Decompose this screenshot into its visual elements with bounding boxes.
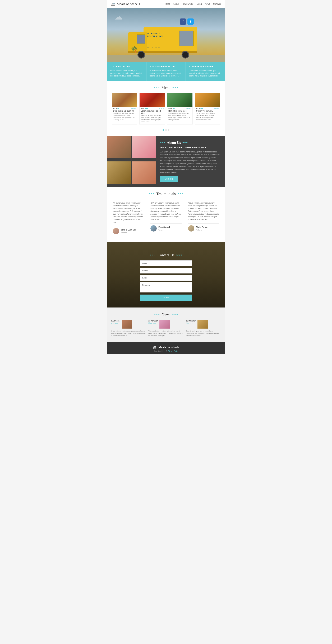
menu-item-3-more[interactable]: More » [186,108,191,109]
how-step-1-desc: Ut wisi enim ad minim veniam, quis nostr… [110,70,143,77]
testimonials-title-text: Testimonials [156,192,176,196]
avatar-1 [113,228,119,234]
news-2-desc: Vt enim ad minim veniam, quis nostrud ex… [148,330,184,337]
menu-item-1-title: Duis autem vel eum iriu [112,109,137,112]
phone-input[interactable] [140,268,192,274]
news-item-1: 21 Jan 2014 More >>> Ut wisi enim ad min… [111,320,146,337]
contact-inner: ❧❧❧ Contact Us ❧❧❧ Send [107,248,225,300]
testimonial-2-author: Mark Stonish Texas [150,224,181,232]
about-image-2 [132,136,156,158]
news-3-more[interactable]: More >>> [186,322,196,324]
dot-3[interactable] [168,129,170,131]
nav-menu[interactable]: Menu [197,3,202,5]
news-title: ❧❧❧ News ❧❧❧ [107,308,225,320]
avatar-2 [150,225,157,232]
footer-brand-name: Meals on wheels [158,346,179,349]
price-label-2: Price: $10 [141,108,148,109]
menu-item-4: Price: $12 More » Cutem vel eum iriu Den… [195,93,220,124]
news-deco-right: ❧❧❧ [172,313,178,316]
contact-section: ❧❧❧ Contact Us ❧❧❧ Send [107,242,225,308]
menu-title: ❧❧❧ Menu ❧❧❧ [107,81,225,93]
news-2-more[interactable]: More >>> [148,322,158,324]
how-step-2: 2. Write a letter or call Ut wisi enim a… [146,62,186,81]
menu-item-2-more[interactable]: More » [159,108,163,109]
email-input[interactable] [140,275,192,281]
news-1-more[interactable]: More >>> [111,322,120,324]
author-2-name: Mark Stonish [158,226,170,229]
news-1-header: 21 Jan 2014 More >>> [111,320,146,328]
price-label-1: Price: $7 [113,108,119,109]
contact-title-text: Contact Us [157,253,175,257]
send-button[interactable]: Send [140,294,192,300]
testimonials-deco-left: ❧❧❧ [148,192,154,195]
testimonial-2: "UCorem veniam, quis nostrud exerci tati… [148,199,184,237]
menu-item-2-image [139,93,165,107]
about-title: ❧❧❧ About Us ❧❧❧ [160,141,221,145]
news-2-header: 13 Apr 2014 More >>> [148,320,184,328]
news-section: ❧❧❧ News ❧❧❧ 21 Jan 2014 More >>> Ut wis… [107,308,225,342]
menu-item-2: Price: $10 More » Lorem ipsum dolor sit … [139,93,165,124]
author-2-location: Texas [158,229,170,231]
author-3-location: Alabama [196,229,208,231]
about-image-4 [132,162,156,184]
menu-item-3-desc: Ut wisi enim ad minim veniam, quis nostr… [167,112,193,122]
news-item-3: 13 May 2014 More >>> Buis sit amet, quis… [186,320,221,337]
nav-news[interactable]: News [205,3,210,5]
testimonials-grid: "Ut wisi enim ad minim veniam, quis nost… [107,199,225,237]
menu-section: ❧❧❧ Menu ❧❧❧ Price: $7 More » Duis autem… [107,81,225,136]
about-deco-left: ❧❧❧ [160,142,165,144]
more-info-button[interactable]: More info [160,176,178,182]
how-step-2-title: 2. Write a letter or call [149,65,183,68]
nav-home[interactable]: Home [164,3,170,5]
logo[interactable]: 🚐 Meals on wheels [111,2,164,6]
testimonial-3-author: Marta Forest Alabama [188,224,219,232]
menu-grid: Price: $7 More » Duis autem vel eum iriu… [107,93,225,127]
nav-contacts[interactable]: Contacts [213,3,221,5]
testimonial-3-text: "Ipsum veniam, quis nostrud exerci tatio… [188,202,219,221]
menu-title-deco-right: ❧❧❧ [172,86,179,89]
menu-item-3-title: Nam liber cerat facer [167,109,193,112]
footer-logo: 🚐 Meals on wheels [107,345,225,349]
news-3-image [198,320,208,328]
nav-how[interactable]: How it works [182,3,194,5]
clouds-decoration: ☁ [114,12,123,22]
navbar: 🚐 Meals on wheels Home About How it work… [107,0,225,8]
news-item-2: 13 Apr 2014 More >>> Vt enim ad minim ve… [148,320,184,337]
news-2-image [159,320,170,328]
menu-item-1: Price: $7 More » Duis autem vel eum iriu… [112,93,137,124]
how-step-3-desc: Ut wisi enim ad minim veniam, quis nostr… [189,70,222,77]
about-images [107,136,156,187]
menu-item-3: Price: $2 More » Nam liber cerat facer U… [167,93,193,124]
testimonial-1: "Ut wisi enim ad minim veniam, quis nost… [111,199,146,237]
menu-pagination [107,127,225,132]
menu-item-4-more[interactable]: More » [214,108,219,109]
hero-section: ☁ f t GILLIGAN'SBEACH SHACK Live · Play … [107,8,225,62]
author-1-name: John & Lucy Dui [121,228,136,232]
menu-item-4-image [195,93,220,107]
privacy-link[interactable]: Privacy Policy [168,350,178,352]
avatar-3 [188,225,194,232]
testimonials-section: ❧❧❧ Testimonials ❧❧❧ "Ut wisi enim ad mi… [107,187,225,242]
news-1-image [122,320,132,328]
message-input[interactable] [140,282,192,292]
news-3-header: 13 May 2014 More >>> [186,320,221,328]
menu-item-4-title: Cutem vel eum iriu [195,109,220,112]
nav-about[interactable]: About [173,3,179,5]
about-subtitle: Sesum dolor sit amet, consectetuer ar ce… [160,146,221,149]
contact-title: ❧❧❧ Contact Us ❧❧❧ [107,248,225,260]
price-label-3: Price: $2 [169,108,175,109]
contact-deco-left: ❧❧❧ [149,254,156,256]
news-grid: 21 Jan 2014 More >>> Ut wisi enim ad min… [107,320,225,337]
price-label-4: Price: $12 [196,108,203,109]
dot-1[interactable] [162,129,164,131]
how-step-1-title: 1. Choose the dish [110,65,143,68]
menu-title-text: Menu [161,86,170,90]
news-3-date: 13 May 2014 [186,320,196,322]
author-1-location: Alabama [121,232,136,234]
testimonials-deco-right: ❧❧❧ [178,192,184,195]
news-3-desc: Buis sit amet, quis nostrud exerci tatio… [186,330,221,337]
footer: 🚐 Meals on wheels Copyright 2014 © Priva… [107,342,225,354]
name-input[interactable] [140,260,192,266]
menu-item-1-more[interactable]: More » [131,108,136,109]
dot-2[interactable] [165,129,167,131]
